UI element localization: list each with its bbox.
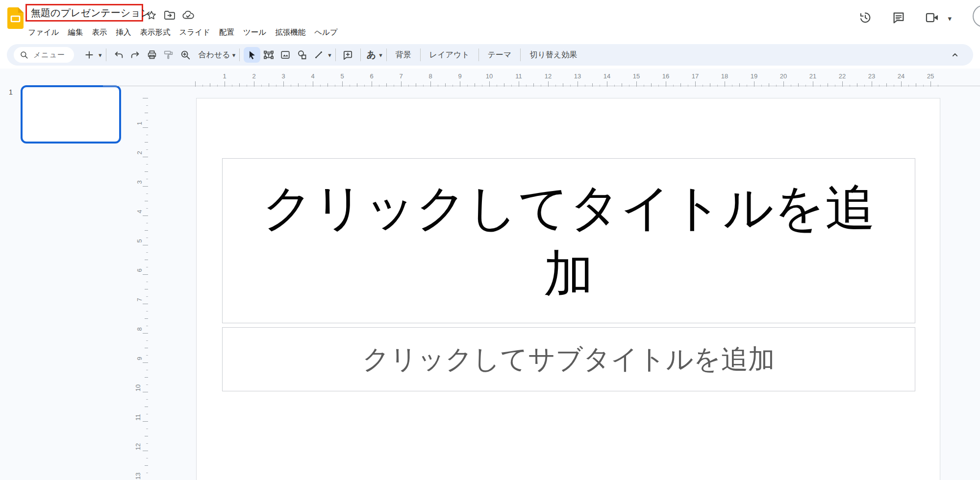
undo-button[interactable] [110, 47, 127, 63]
h-ruler-number: 23 [868, 72, 875, 80]
h-ruler-number: 3 [281, 72, 285, 80]
profile-avatar[interactable] [973, 5, 980, 27]
version-history-icon[interactable] [858, 11, 872, 24]
print-button[interactable] [144, 47, 160, 63]
background-button[interactable]: 背景 [391, 47, 416, 63]
menu-help[interactable]: ヘルプ [310, 26, 342, 39]
transition-button[interactable]: 切り替え効果 [525, 47, 582, 63]
h-ruler-number: 9 [458, 72, 461, 80]
move-folder-icon[interactable] [164, 10, 176, 21]
search-icon [20, 50, 28, 59]
line-tool[interactable] [310, 47, 327, 63]
new-slide-caret-icon[interactable]: ▾ [99, 52, 102, 58]
h-ruler-number: 17 [692, 72, 699, 80]
line-icon [313, 49, 324, 60]
slide-number-label: 1 [9, 88, 13, 96]
h-ruler-number: 22 [839, 72, 846, 80]
layout-label: レイアウト [425, 50, 475, 60]
fit-zoom-caret-icon: ▾ [232, 52, 236, 58]
main-toolbar: メニュー ▾ 合わせる ▾ [7, 44, 973, 66]
h-ruler-number: 21 [809, 72, 816, 80]
menu-arrange[interactable]: 配置 [215, 26, 239, 39]
slides-logo-icon[interactable] [7, 7, 24, 29]
title-placeholder-text-line1: クリックしてタイトルを追 [262, 175, 875, 241]
slide-thumbnail-selected[interactable] [21, 85, 121, 144]
h-ruler-number: 16 [662, 72, 669, 80]
h-ruler-number: 15 [633, 72, 640, 80]
document-title[interactable]: 無題のプレゼンテーション [31, 6, 151, 20]
v-ruler-number: 11 [134, 414, 142, 421]
title-annotation-box: 無題のプレゼンテーション [25, 4, 143, 22]
toolbar-separator [360, 48, 361, 61]
h-ruler-number: 7 [399, 72, 402, 80]
menu-chip-label: メニュー [33, 50, 65, 60]
v-ruler-number: 5 [136, 239, 143, 242]
line-tool-caret-icon[interactable]: ▾ [328, 52, 331, 58]
menu-insert[interactable]: 挿入 [111, 26, 135, 39]
print-icon [147, 49, 157, 60]
comments-icon[interactable] [892, 11, 905, 24]
text-box-tool[interactable] [260, 47, 277, 63]
select-tool[interactable] [244, 47, 260, 63]
menu-slide[interactable]: スライド [175, 26, 214, 39]
menu-tools[interactable]: ツール [239, 26, 271, 39]
background-label: 背景 [391, 50, 416, 60]
add-comment-button[interactable] [340, 47, 356, 63]
menu-search-chip[interactable]: メニュー [14, 47, 74, 63]
v-ruler-number: 8 [136, 327, 143, 331]
image-tool[interactable] [277, 47, 294, 63]
v-ruler-number: 9 [136, 357, 143, 360]
v-ruler-number: 10 [134, 384, 141, 391]
theme-button[interactable]: テーマ [483, 47, 517, 63]
zoom-in-icon [180, 49, 191, 60]
toolbar-separator [386, 48, 387, 61]
cursor-icon [247, 49, 257, 60]
toolbar-separator [239, 48, 240, 61]
h-ruler-number: 8 [428, 72, 432, 80]
fit-zoom-button[interactable]: 合わせる ▾ [194, 47, 236, 63]
menu-view[interactable]: 表示 [87, 26, 111, 39]
h-ruler-number: 19 [751, 72, 757, 80]
text-box-icon [263, 49, 275, 61]
menu-format[interactable]: 表示形式 [135, 26, 175, 39]
zoom-in-button[interactable] [177, 47, 194, 63]
h-ruler-number: 2 [252, 72, 255, 80]
theme-label: テーマ [483, 50, 517, 60]
redo-button[interactable] [127, 47, 144, 63]
layout-button[interactable]: レイアウト [425, 47, 475, 63]
subtitle-placeholder[interactable]: クリックしてサブタイトルを追加 [222, 327, 915, 391]
menu-edit[interactable]: 編集 [63, 26, 87, 39]
menu-extensions[interactable]: 拡張機能 [271, 26, 310, 39]
title-placeholder[interactable]: クリックしてタイトルを追 加 [222, 158, 915, 323]
menu-file[interactable]: ファイル [24, 26, 63, 39]
fit-zoom-label: 合わせる [194, 50, 231, 60]
vertical-ruler: 12345678910111213 [131, 98, 148, 480]
v-ruler-number: 6 [136, 268, 143, 272]
cloud-status-icon[interactable] [182, 10, 195, 21]
h-ruler-number: 4 [311, 72, 314, 80]
shape-tool[interactable] [294, 47, 310, 63]
horizontal-ruler: 1234567891011121314151617181920212223242… [195, 70, 940, 86]
slide-canvas[interactable]: クリックしてタイトルを追 加 クリックしてサブタイトルを追加 [196, 98, 940, 480]
v-ruler-number: 4 [136, 210, 143, 213]
horizontal-ruler-ticks [195, 81, 940, 87]
v-ruler-number: 3 [136, 180, 143, 184]
new-slide-button[interactable] [81, 47, 98, 63]
v-ruler-number: 12 [134, 443, 141, 450]
image-icon [280, 49, 291, 60]
plus-icon [84, 50, 94, 60]
meet-camera-icon[interactable] [925, 11, 940, 24]
star-icon[interactable] [146, 10, 157, 21]
h-ruler-number: 14 [603, 72, 610, 80]
subtitle-placeholder-text: クリックしてサブタイトルを追加 [362, 341, 775, 378]
paint-format-button[interactable] [160, 47, 177, 63]
toolbar-separator [478, 48, 479, 61]
input-tools-button[interactable]: あ ▾ [365, 47, 382, 63]
h-ruler-number: 12 [545, 72, 552, 80]
toolbar-separator [106, 48, 106, 61]
camera-caret-icon[interactable]: ▾ [948, 15, 952, 22]
collapse-toolbar-button[interactable] [947, 47, 963, 63]
shape-icon [296, 49, 308, 61]
h-ruler-number: 11 [515, 72, 522, 80]
paint-roller-icon [163, 49, 174, 60]
